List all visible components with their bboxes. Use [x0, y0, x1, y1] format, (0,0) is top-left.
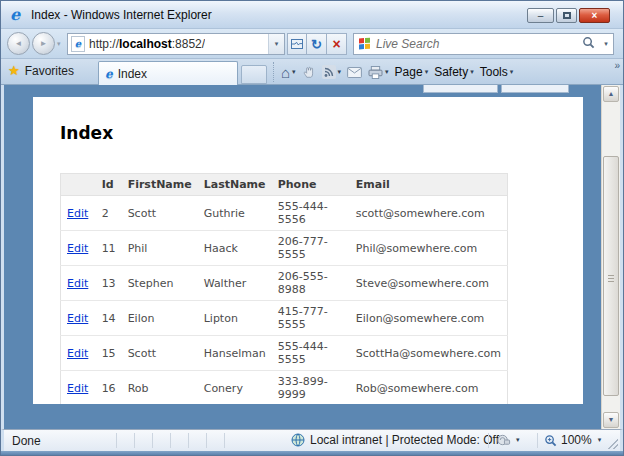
search-box[interactable]: Live Search ▾ [353, 33, 614, 55]
favorites-button[interactable]: ★ Favorites [8, 63, 74, 78]
favorites-star-icon: ★ [8, 63, 20, 78]
mail-icon [347, 67, 362, 78]
close-icon: × [592, 11, 598, 21]
cell-phone: 415-777-5555 [272, 301, 350, 336]
read-mail-button[interactable] [347, 67, 362, 78]
toolbar-overflow-button[interactable]: » [614, 60, 620, 71]
cell-firstname: Scott [122, 196, 198, 231]
cell-phone: 333-899-9999 [272, 371, 350, 405]
recent-pages-dropdown[interactable]: ▾ [57, 40, 61, 48]
th-firstname: FirstName [122, 174, 198, 196]
minimize-button[interactable]: – [527, 8, 554, 23]
print-dropdown-icon[interactable]: ▾ [385, 68, 389, 76]
toolbar-separator [273, 62, 274, 82]
address-input[interactable]: e http://localhost:8852/ ▾ [67, 33, 285, 55]
window-title: Index - Windows Internet Explorer [31, 8, 212, 22]
forward-button[interactable]: ► [32, 32, 55, 55]
navigation-buttons: ◄ ► ▾ [7, 32, 61, 55]
cell-lastname: Haack [198, 231, 272, 266]
close-button[interactable]: × [579, 8, 610, 23]
cell-phone: 206-777-5555 [272, 231, 350, 266]
feeds-dropdown-icon[interactable]: ▾ [338, 68, 342, 76]
zoom-level-button[interactable]: 100% ▾ [544, 433, 601, 447]
address-bar: ◄ ► ▾ e http://localhost:8852/ ▾ ↻ × Liv… [1, 29, 623, 59]
zone-text: Local intranet | Protected Mode: Off [310, 433, 499, 447]
new-tab-button[interactable] [241, 65, 267, 84]
safety-menu[interactable]: Safety▾ [434, 65, 474, 79]
cell-email: scott@somewhere.com [350, 196, 508, 231]
zoom-level-text: 100% [561, 433, 592, 447]
site-menu-tab-stub [501, 85, 569, 93]
cell-id: 11 [96, 231, 122, 266]
search-icon[interactable] [582, 36, 595, 52]
favorites-label: Favorites [25, 64, 74, 78]
cell-edit: Edit [61, 371, 96, 405]
globe-icon [291, 433, 305, 447]
scroll-down-button[interactable]: ▼ [603, 412, 619, 428]
status-text: Done [12, 434, 41, 448]
minimize-icon: – [538, 11, 544, 21]
cell-edit: Edit [61, 336, 96, 371]
tab-title: Index [118, 67, 147, 81]
page-menu[interactable]: Page▾ [395, 65, 429, 79]
cell-email: Eilon@somewhere.com [350, 301, 508, 336]
tab-index[interactable]: e Index [98, 61, 238, 85]
maximize-button[interactable] [556, 8, 577, 23]
address-dropdown-button[interactable]: ▾ [268, 34, 284, 54]
maximize-icon [563, 12, 571, 19]
cell-id: 16 [96, 371, 122, 405]
edit-link[interactable]: Edit [67, 277, 88, 290]
back-button[interactable]: ◄ [7, 32, 30, 55]
th-email: Email [350, 174, 508, 196]
scrollbar-thumb[interactable] [603, 156, 619, 396]
home-icon: ⌂ [281, 65, 290, 80]
back-icon: ◄ [15, 39, 23, 48]
home-button[interactable]: ⌂▾ [281, 65, 296, 80]
cell-phone: 555-444-5556 [272, 196, 350, 231]
url-text: http://localhost:8852/ [89, 37, 205, 51]
tools-menu-label: Tools [480, 65, 508, 79]
window-controls: – × [527, 8, 610, 23]
tools-dropdown-icon: ▾ [510, 68, 514, 76]
cell-firstname: Scott [122, 336, 198, 371]
zoom-dropdown-icon: ▾ [598, 436, 602, 444]
url-path: :8852/ [172, 37, 205, 51]
forward-icon: ► [40, 39, 48, 48]
statusbar-separator [224, 433, 225, 448]
edit-link[interactable]: Edit [67, 242, 88, 255]
inprivate-dropdown-icon: ▾ [516, 436, 520, 444]
print-button[interactable]: ▾ [368, 66, 389, 79]
cell-email: Rob@somewhere.com [350, 371, 508, 405]
live-search-logo-icon [359, 38, 371, 51]
cell-firstname: Rob [122, 371, 198, 405]
hand-icon [302, 65, 316, 79]
edit-link[interactable]: Edit [67, 312, 88, 325]
suggested-sites-button[interactable] [302, 65, 316, 79]
statusbar-separator [152, 433, 153, 448]
feeds-button[interactable]: ▾ [322, 65, 342, 79]
rss-icon [322, 65, 336, 79]
cell-lastname: Lipton [198, 301, 272, 336]
browser-window: e Index - Windows Internet Explorer – × … [0, 0, 624, 456]
cell-edit: Edit [61, 231, 96, 266]
resize-grip[interactable] [608, 439, 618, 449]
edit-link[interactable]: Edit [67, 347, 88, 360]
table-row: Edit14EilonLipton415-777-5555Eilon@somew… [61, 301, 508, 336]
page-viewport: Index Id FirstName LastName Phone Email … [1, 85, 623, 429]
scroll-up-button[interactable]: ▲ [603, 86, 619, 102]
vertical-scrollbar[interactable]: ▲ ▼ [601, 85, 620, 429]
edit-link[interactable]: Edit [67, 207, 88, 220]
cell-firstname: Stephen [122, 266, 198, 301]
ie-logo-icon: e [10, 5, 20, 24]
table-header-row: Id FirstName LastName Phone Email [61, 174, 508, 196]
edit-link[interactable]: Edit [67, 382, 88, 395]
th-phone: Phone [272, 174, 350, 196]
inprivate-filtering-button[interactable]: ▾ [496, 433, 520, 447]
compatibility-view-button[interactable] [287, 33, 307, 55]
stop-button[interactable]: × [327, 33, 347, 55]
search-dropdown[interactable]: ▾ [599, 40, 613, 48]
tools-menu[interactable]: Tools▾ [480, 65, 514, 79]
home-dropdown-icon[interactable]: ▾ [292, 68, 296, 76]
cell-id: 13 [96, 266, 122, 301]
refresh-button[interactable]: ↻ [307, 33, 327, 55]
